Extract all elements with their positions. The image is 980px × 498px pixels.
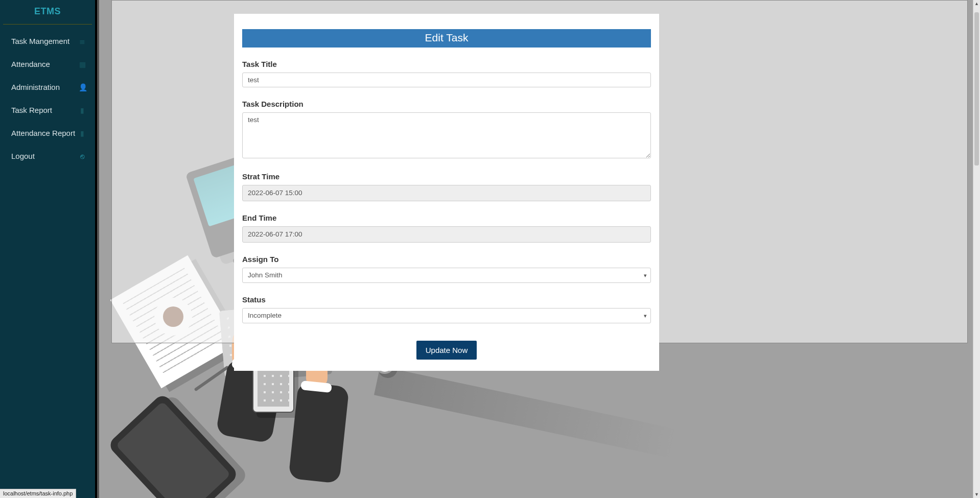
sidebar-item-attendance[interactable]: Attendance ▦ (0, 53, 95, 76)
sidebar-item-label: Attendance Report (11, 129, 75, 137)
submit-row: Update Now (242, 341, 651, 360)
sidebar-item-label: Task Report (11, 106, 52, 114)
group-task-description: Task Description test (242, 100, 651, 160)
sidebar-item-label: Administration (11, 83, 60, 91)
end-time-input[interactable]: 2022-06-07 17:00 (242, 226, 651, 243)
group-end-time: End Time 2022-06-07 17:00 (242, 214, 651, 243)
bg-arm-illustration (288, 382, 349, 483)
sidebar-item-label: Task Mangement (11, 37, 69, 45)
label-task-title: Task Title (242, 60, 651, 68)
scroll-down-icon[interactable]: ▼ (973, 491, 980, 498)
sidebar-item-task-management[interactable]: Task Mangement ≣ (0, 30, 95, 53)
sidebar: ETMS Task Mangement ≣ Attendance ▦ Admin… (0, 0, 97, 498)
edit-task-card: Edit Task Task Title Task Description te… (234, 14, 659, 371)
card-heading: Edit Task (242, 29, 651, 48)
vertical-scrollbar[interactable]: ▲ ▼ (973, 0, 980, 498)
sidebar-item-label: Attendance (11, 60, 50, 68)
user-icon: 👤 (79, 83, 86, 91)
bg-shadow-illustration (374, 366, 680, 459)
calendar-icon: ▦ (79, 60, 86, 68)
start-time-input[interactable]: 2022-06-07 15:00 (242, 185, 651, 201)
label-start-time: Strat Time (242, 172, 651, 181)
group-status: Status Incomplete ▾ (242, 295, 651, 323)
task-description-input[interactable]: test (242, 112, 651, 158)
label-end-time: End Time (242, 214, 651, 222)
label-status: Status (242, 295, 651, 304)
group-start-time: Strat Time 2022-06-07 15:00 (242, 172, 651, 201)
sidebar-item-task-report[interactable]: Task Report ▮ (0, 99, 95, 122)
tasks-icon: ≣ (79, 37, 86, 45)
status-select[interactable]: Incomplete (242, 308, 651, 323)
scroll-up-icon[interactable]: ▲ (973, 0, 980, 7)
file-icon: ▮ (79, 106, 86, 114)
signout-icon: ⎋ (79, 152, 86, 160)
file-icon: ▮ (79, 129, 86, 137)
sidebar-item-administration[interactable]: Administration 👤 (0, 76, 95, 99)
main-viewport: Edit Task Task Title Task Description te… (99, 0, 980, 498)
browser-status-url: localhost/etms/task-info.php (0, 489, 76, 498)
sidebar-item-logout[interactable]: Logout ⎋ (0, 145, 95, 168)
scrollbar-thumb[interactable] (974, 12, 979, 165)
sidebar-item-attendance-report[interactable]: Attendance Report ▮ (0, 122, 95, 145)
sidebar-item-label: Logout (11, 152, 35, 160)
group-assign-to: Assign To John Smith ▾ (242, 255, 651, 283)
brand-title: ETMS (3, 0, 92, 25)
label-assign-to: Assign To (242, 255, 651, 264)
assign-to-select[interactable]: John Smith (242, 268, 651, 283)
label-task-description: Task Description (242, 100, 651, 108)
group-task-title: Task Title (242, 60, 651, 87)
update-now-button[interactable]: Update Now (416, 341, 477, 360)
task-title-input[interactable] (242, 73, 651, 87)
